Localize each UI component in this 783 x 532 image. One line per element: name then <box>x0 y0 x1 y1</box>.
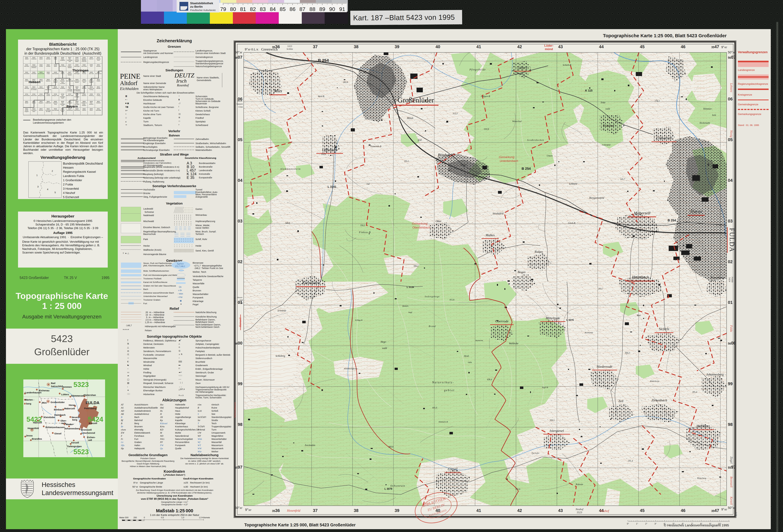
svg-text:6 km: 6 km <box>239 106 243 108</box>
svg-text:38: 38 <box>354 44 358 49</box>
svg-text:39: 39 <box>395 44 399 49</box>
svg-text:0°: 0° <box>627 523 629 525</box>
svg-text:Naturschutz-: Naturschutz- <box>432 381 454 384</box>
svg-text:340,0: 340,0 <box>285 222 290 224</box>
svg-text:04: 04 <box>728 178 732 183</box>
svg-text:96 II.: 96 II. <box>735 512 738 517</box>
svg-text:Alzmannsstein: Alzmannsstein <box>280 168 301 170</box>
svg-text:Bimbach: Bimbach <box>438 153 453 157</box>
svg-text:hausen: hausen <box>237 103 243 105</box>
svg-text:9°: 9° <box>709 523 711 525</box>
svg-text:rod: rod <box>367 183 370 185</box>
svg-text:Neuhof: Neuhof <box>600 509 609 513</box>
svg-text:Schletzenhausen: Schletzenhausen <box>233 402 236 418</box>
svg-text:Mittel-: Mittel- <box>407 117 414 120</box>
svg-text:Finken-B: Finken-B <box>359 231 371 234</box>
svg-text:Hockenzahl: Hockenzahl <box>699 122 710 124</box>
svg-text:Sange: Sange <box>532 452 540 454</box>
svg-text:Ingel-B: Ingel-B <box>542 386 548 389</box>
svg-text:kopf: kopf <box>409 311 412 313</box>
svg-text:333,4: 333,4 <box>515 488 520 490</box>
svg-text:03: 03 <box>238 219 243 224</box>
svg-text:01: 01 <box>728 300 732 305</box>
svg-text:5597: 5597 <box>234 465 243 470</box>
svg-text:Kuhrain: Kuhrain <box>576 483 583 486</box>
svg-text:4°: 4° <box>663 523 665 525</box>
svg-text:03: 03 <box>728 219 732 224</box>
svg-text:Hainzell: Hainzell <box>239 318 242 327</box>
svg-text:Gemeinds-B: Gemeinds-B <box>370 145 381 147</box>
svg-text:350,1: 350,1 <box>360 224 365 227</box>
svg-text:Unterbimbach: Unterbimbach <box>500 159 518 163</box>
svg-text:293,7: 293,7 <box>598 288 603 290</box>
svg-text:278,3: 278,3 <box>655 100 660 102</box>
svg-text:Waldecke: Waldecke <box>509 342 519 345</box>
svg-text:Schieb-B: Schieb-B <box>563 64 571 66</box>
svg-text:Lüder-: Lüder- <box>544 44 554 47</box>
svg-text:99: 99 <box>238 381 243 386</box>
svg-text:Sickels: Sickels <box>659 327 669 331</box>
svg-text:Lehnerz: Lehnerz <box>730 83 733 92</box>
svg-text:Horas: Horas <box>690 208 702 214</box>
svg-text:Uffhausen: Uffhausen <box>322 148 338 152</box>
svg-text:Struthsfeld: Struthsfeld <box>493 212 503 215</box>
svg-text:45: 45 <box>640 508 645 513</box>
svg-text:326,5: 326,5 <box>550 419 555 421</box>
svg-text:Giesel: Giesel <box>448 467 458 471</box>
svg-text:Greenwich: Greenwich <box>261 47 278 51</box>
svg-text:Zwickmühle: Zwickmühle <box>305 444 315 446</box>
svg-text:430,4: 430,4 <box>487 378 492 381</box>
svg-text:feld: feld <box>240 299 243 301</box>
svg-text:L 3079: L 3079 <box>384 488 392 490</box>
svg-text:Himmels-B: Himmels-B <box>438 421 448 423</box>
svg-text:Zell: Zell <box>618 399 623 403</box>
svg-text:9°30′ ö.L.v.: 9°30′ ö.L.v. <box>245 47 259 51</box>
svg-text:Reinhards: Reinhards <box>585 331 593 334</box>
svg-text:Niesig: Niesig <box>730 130 733 137</box>
svg-text:37: 37 <box>313 44 318 49</box>
svg-text:5323: 5323 <box>287 45 292 47</box>
svg-text:282,0: 282,0 <box>343 81 348 84</box>
svg-text:50°36′: 50°36′ <box>728 51 735 54</box>
svg-text:7°: 7° <box>691 523 693 525</box>
svg-text:Schlag-B: Schlag-B <box>355 319 363 321</box>
svg-text:6 km: 6 km <box>239 301 243 304</box>
svg-text:5607: 5607 <box>234 55 243 60</box>
svg-text:Unter: Unter <box>460 163 467 166</box>
svg-text:Schlebrig: Schlebrig <box>276 355 285 357</box>
svg-text:42: 42 <box>517 508 522 513</box>
svg-text:6°: 6° <box>682 523 684 525</box>
svg-text:B 254: B 254 <box>318 58 329 63</box>
svg-text:Kleinheiligkreuz: Kleinheiligkreuz <box>344 367 357 370</box>
svg-text:Stock-: Stock- <box>237 100 243 102</box>
svg-text:holz: holz <box>712 114 716 116</box>
svg-text:Gemarkung: Gemarkung <box>412 222 428 225</box>
svg-text:Neuenberg: Neuenberg <box>710 276 724 279</box>
svg-text:43: 43 <box>558 508 563 513</box>
svg-text:Röderkreuz: Röderkreuz <box>650 380 659 382</box>
svg-text:Lehnerz: Lehnerz <box>569 182 577 185</box>
svg-text:Rodges: Rodges <box>534 250 543 253</box>
svg-text:Istergiesel: Istergiesel <box>550 429 564 433</box>
svg-text:Winterlied: Winterlied <box>512 120 522 123</box>
svg-text:37: 37 <box>313 508 318 513</box>
svg-text:Steinerne: Steinerne <box>475 339 483 341</box>
svg-text:Trätzhof: Trätzhof <box>603 124 615 128</box>
svg-text:Röd-: Röd- <box>636 314 641 317</box>
svg-text:5422 Herbstein: 5422 Herbstein <box>233 290 236 305</box>
svg-text:wald: wald <box>382 347 387 350</box>
svg-text:Ober: Ober <box>436 220 442 223</box>
svg-text:40: 40 <box>436 44 440 49</box>
svg-text:Pfingstheide: Pfingstheide <box>469 68 486 71</box>
svg-text:feld: feld <box>418 139 422 141</box>
svg-text:295,5: 295,5 <box>404 160 409 162</box>
svg-text:99: 99 <box>728 381 732 386</box>
svg-text:360,9: 360,9 <box>388 445 394 448</box>
svg-text:02: 02 <box>728 259 732 264</box>
svg-text:Großenlüder: Großenlüder <box>398 96 434 104</box>
svg-text:Malkes: Malkes <box>486 233 495 237</box>
svg-text:3°: 3° <box>654 523 656 525</box>
svg-text:5600: 5600 <box>234 341 243 345</box>
svg-text:Oberrode: Oberrode <box>495 319 509 323</box>
svg-text:B 254: B 254 <box>522 167 531 171</box>
